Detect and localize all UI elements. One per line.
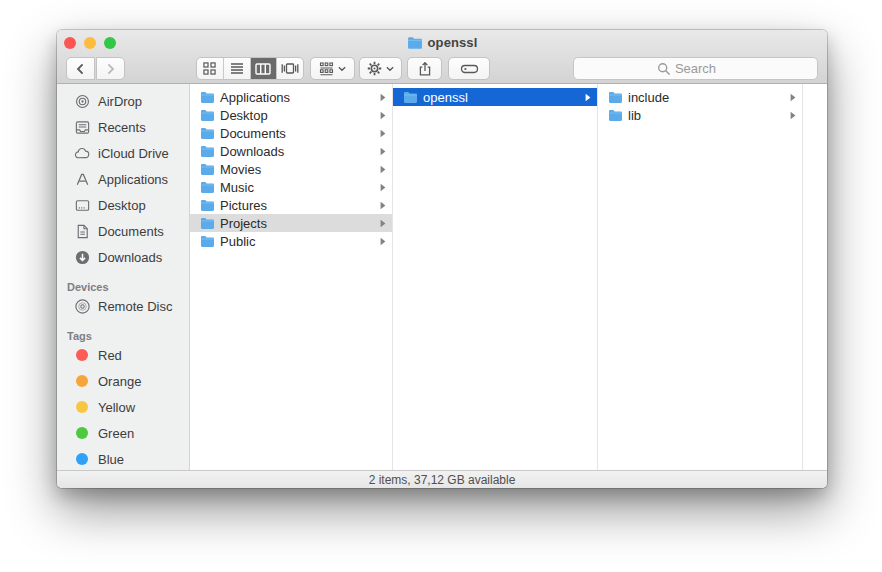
sidebar-item-remote-disc[interactable]: Remote Disc — [57, 293, 189, 319]
column-item-documents[interactable]: Documents — [190, 124, 392, 142]
sidebar-item-label: Yellow — [98, 400, 135, 415]
chevron-down-icon — [338, 66, 346, 72]
column-3: includelib — [598, 84, 803, 470]
tag-color-dot — [72, 450, 92, 468]
view-list-button[interactable] — [224, 58, 251, 79]
disclosure-arrow-icon — [790, 111, 796, 120]
forward-button[interactable] — [96, 57, 125, 80]
folder-icon — [403, 91, 418, 103]
view-mode-segmented-control — [196, 57, 304, 80]
sidebar-item-label: Green — [98, 426, 134, 441]
disc-icon — [72, 297, 92, 315]
tag-color-dot — [72, 346, 92, 364]
tag-icon — [460, 61, 479, 77]
sidebar-item-desktop[interactable]: Desktop — [57, 192, 189, 218]
column-item-include[interactable]: include — [598, 88, 802, 106]
sidebar-item-downloads[interactable]: Downloads — [57, 244, 189, 270]
item-name: Applications — [220, 90, 375, 105]
back-button[interactable] — [66, 57, 95, 80]
icon-view-icon — [203, 62, 216, 75]
sidebar-item-airdrop[interactable]: AirDrop — [57, 88, 189, 114]
column-item-projects[interactable]: Projects — [190, 214, 392, 232]
column-item-desktop[interactable]: Desktop — [190, 106, 392, 124]
column-view: ApplicationsDesktopDocumentsDownloadsMov… — [190, 84, 827, 470]
folder-icon — [200, 91, 215, 103]
sidebar-item-label: Recents — [98, 120, 146, 135]
sidebar-item-blue[interactable]: Blue — [57, 446, 189, 470]
sidebar-item-orange[interactable]: Orange — [57, 368, 189, 394]
search-input[interactable] — [574, 58, 817, 79]
disclosure-arrow-icon — [380, 111, 386, 120]
disclosure-arrow-icon — [380, 219, 386, 228]
disclosure-arrow-icon — [380, 129, 386, 138]
column-item-movies[interactable]: Movies — [190, 160, 392, 178]
item-name: Documents — [220, 126, 375, 141]
icloud-icon — [72, 144, 92, 162]
tag-color-dot — [72, 398, 92, 416]
folder-icon — [200, 163, 215, 175]
group-icon — [319, 62, 334, 76]
sidebar-item-yellow[interactable]: Yellow — [57, 394, 189, 420]
gallery-view-icon — [281, 62, 299, 75]
column-item-music[interactable]: Music — [190, 178, 392, 196]
titlebar: openssl — [57, 30, 827, 55]
column-item-downloads[interactable]: Downloads — [190, 142, 392, 160]
sidebar-item-documents[interactable]: Documents — [57, 218, 189, 244]
column-item-pictures[interactable]: Pictures — [190, 196, 392, 214]
disclosure-arrow-icon — [380, 237, 386, 246]
disclosure-arrow-icon — [380, 147, 386, 156]
status-text: 2 items, 37,12 GB available — [369, 473, 516, 487]
sidebar-item-label: Blue — [98, 452, 124, 467]
search-field — [573, 57, 818, 80]
item-name: Downloads — [220, 144, 375, 159]
sidebar-item-icloud-drive[interactable]: iCloud Drive — [57, 140, 189, 166]
item-name: Desktop — [220, 108, 375, 123]
share-button[interactable] — [407, 57, 442, 80]
sidebar-item-label: Red — [98, 348, 122, 363]
item-name: include — [628, 90, 785, 105]
sidebar-item-label: Applications — [98, 172, 168, 187]
folder-icon — [608, 109, 623, 121]
sidebar-tags-header: Tags — [57, 324, 189, 342]
column-item-openssl[interactable]: openssl — [393, 88, 597, 106]
sidebar-tags: RedOrangeYellowGreenBlue — [57, 342, 189, 470]
folder-icon — [200, 127, 215, 139]
sidebar-item-label: Downloads — [98, 250, 162, 265]
sidebar-item-label: AirDrop — [98, 94, 142, 109]
item-name: Public — [220, 234, 375, 249]
item-name: Music — [220, 180, 375, 195]
status-bar: 2 items, 37,12 GB available — [57, 470, 827, 488]
folder-icon — [200, 235, 215, 247]
view-gallery-button[interactable] — [277, 58, 303, 79]
window-header: openssl — [57, 30, 827, 84]
item-name: Movies — [220, 162, 375, 177]
finder-window: openssl — [57, 30, 827, 488]
column-item-lib[interactable]: lib — [598, 106, 802, 124]
toolbar — [57, 57, 827, 79]
sidebar-item-recents[interactable]: Recents — [57, 114, 189, 140]
item-name: lib — [628, 108, 785, 123]
sidebar-item-red[interactable]: Red — [57, 342, 189, 368]
view-columns-button[interactable] — [251, 58, 278, 79]
column-item-public[interactable]: Public — [190, 232, 392, 250]
tag-button[interactable] — [448, 57, 490, 80]
sidebar-item-applications[interactable]: Applications — [57, 166, 189, 192]
list-view-icon — [230, 62, 244, 75]
action-menu-button[interactable] — [359, 57, 402, 80]
column-2: openssl — [393, 84, 598, 470]
disclosure-arrow-icon — [585, 93, 591, 102]
chevron-left-icon — [76, 63, 85, 75]
gear-icon — [367, 61, 382, 76]
sidebar-item-label: Documents — [98, 224, 164, 239]
documents-icon — [72, 222, 92, 240]
view-icons-button[interactable] — [197, 58, 224, 79]
sidebar-item-green[interactable]: Green — [57, 420, 189, 446]
group-button[interactable] — [310, 57, 355, 80]
sidebar-item-label: Remote Disc — [98, 299, 172, 314]
disclosure-arrow-icon — [380, 201, 386, 210]
disclosure-arrow-icon — [380, 183, 386, 192]
column-item-applications[interactable]: Applications — [190, 88, 392, 106]
folder-icon — [200, 109, 215, 121]
tag-color-dot — [72, 424, 92, 442]
tag-color-dot — [72, 372, 92, 390]
